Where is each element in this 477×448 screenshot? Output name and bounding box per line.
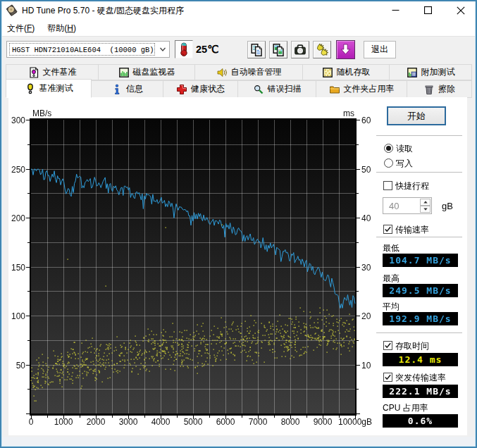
separator — [376, 135, 462, 136]
burst-checkbox[interactable] — [383, 373, 392, 382]
right-axis-tick-label: 20 — [361, 311, 371, 321]
check-icon — [384, 342, 392, 349]
min-label: 最低 — [383, 242, 399, 254]
check-icon — [384, 225, 392, 233]
shortstroke-unit: gB — [442, 201, 453, 211]
benchmark-icon — [25, 83, 36, 94]
max-value-display: 249.5 MB/s — [383, 284, 458, 297]
write-label: 写入 — [396, 158, 413, 170]
avg-label: 平均 — [383, 301, 399, 313]
avg-value-display: 192.9 MB/s — [383, 312, 458, 325]
x-axis-tick-label: 10000gB — [334, 417, 376, 427]
spin-down-icon — [423, 208, 428, 211]
shortstroke-spinner[interactable]: 40 — [383, 197, 432, 214]
cpu-display: 0.6% — [383, 414, 458, 428]
burst-display: 222.1 MB/s — [383, 385, 458, 398]
write-radio[interactable] — [384, 158, 393, 168]
spin-up-button[interactable] — [420, 199, 430, 206]
separator — [376, 237, 462, 237]
right-axis-tick-label: 10 — [361, 361, 371, 371]
tab-benchmark[interactable]: 基准测试 — [6, 79, 92, 98]
shortstroke-label: 快捷行程 — [395, 180, 429, 192]
window-bottom-frame — [0, 437, 477, 448]
spin-down-button[interactable] — [420, 206, 430, 213]
left-axis-tick-label: 200 — [6, 213, 25, 223]
shortstroke-value: 40 — [389, 201, 399, 211]
start-button[interactable]: 开始 — [387, 106, 446, 125]
read-radio[interactable] — [384, 144, 393, 153]
burst-label: 突发传输速率 — [395, 372, 446, 384]
left-axis-tick-label: 100 — [6, 311, 25, 321]
app-window: HD Tune Pro 5.70 - 硬盘/固态硬盘实用程序 文件(F) 帮助(… — [0, 0, 477, 448]
max-label: 最高 — [383, 273, 399, 285]
right-axis-tick-label: 40 — [361, 213, 371, 223]
transfer-label: 传输速率 — [395, 224, 429, 236]
access-time-display: 12.4 ms — [383, 353, 458, 366]
left-axis-unit: MB/s — [32, 108, 51, 118]
transfer-checkbox[interactable] — [383, 225, 392, 234]
right-axis-tick-label: 60 — [361, 116, 371, 125]
access-time-label: 存取时间 — [395, 340, 429, 352]
right-axis-tick-label: 50 — [361, 165, 371, 175]
shortstroke-checkbox[interactable] — [383, 181, 392, 190]
min-value-display: 104.7 MB/s — [383, 254, 458, 267]
access-time-checkbox[interactable] — [383, 341, 392, 350]
left-axis-tick-label: 250 — [6, 165, 25, 175]
left-axis-tick-label: 300 — [6, 116, 25, 125]
right-axis-tick-label: 30 — [361, 263, 371, 273]
left-axis-tick-label: 50 — [6, 361, 25, 371]
spin-up-icon — [423, 201, 428, 204]
right-axis-unit: ms — [343, 108, 354, 118]
check-icon — [384, 373, 392, 381]
separator — [376, 172, 462, 173]
separator — [376, 332, 462, 333]
cpu-label: CPU 占用率 — [383, 402, 428, 414]
left-axis-tick-label: 150 — [6, 263, 25, 273]
read-label: 读取 — [396, 143, 413, 155]
